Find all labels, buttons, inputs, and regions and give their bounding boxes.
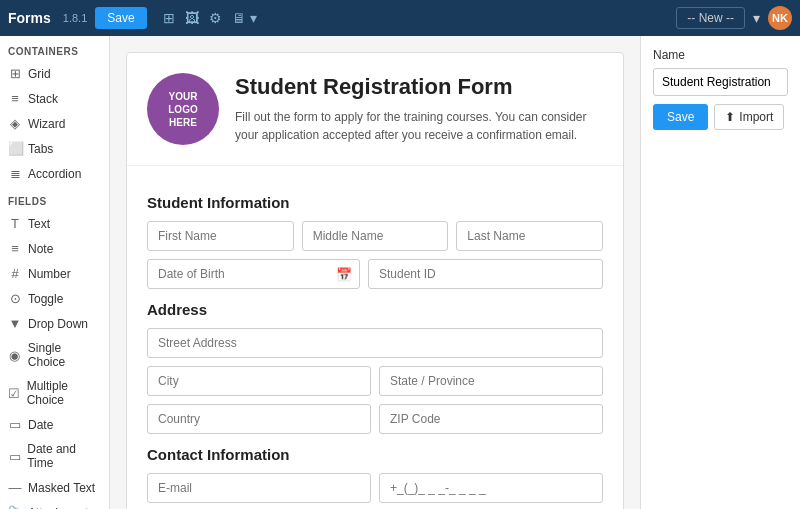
text-icon: T <box>8 216 22 231</box>
note-icon: ≡ <box>8 241 22 256</box>
accordion-icon: ≣ <box>8 166 22 181</box>
city-state-row <box>147 366 603 396</box>
attachments-icon: 📎 <box>8 505 22 509</box>
sidebar-item-label: Accordion <box>28 167 81 181</box>
dropdown-icon: ▼ <box>8 316 22 331</box>
form-preview-area: YOURLOGOHERE Student Registration Form F… <box>110 36 640 509</box>
stack-icon: ≡ <box>8 91 22 106</box>
sidebar-item-stack[interactable]: ≡ Stack <box>0 86 109 111</box>
logo-placeholder: YOURLOGOHERE <box>147 73 219 145</box>
containers-section-title: CONTAINERS <box>0 36 109 61</box>
dob-field-wrapper: 📅 <box>147 259 360 289</box>
dob-studentid-row: 📅 <box>147 259 603 289</box>
nav-icon[interactable]: ⊞ <box>163 10 175 26</box>
section-address: Address <box>147 301 603 318</box>
save-button[interactable]: Save <box>653 104 708 130</box>
name-row <box>147 221 603 251</box>
dob-input[interactable] <box>147 259 360 289</box>
form-title: Student Registration Form <box>235 74 603 100</box>
form-description: Fill out the form to apply for the train… <box>235 108 603 144</box>
upload-icon: ⬆ <box>725 110 735 124</box>
topbar-save-button[interactable]: Save <box>95 7 146 29</box>
sidebar-item-label: Drop Down <box>28 317 88 331</box>
sidebar-item-label: Toggle <box>28 292 63 306</box>
topbar: Forms 1.8.1 Save ⊞ 🖼 ⚙ 🖥 ▾ -- New -- ▾ N… <box>0 0 800 36</box>
multiple-choice-icon: ☑ <box>8 386 21 401</box>
number-icon: # <box>8 266 22 281</box>
app-version: 1.8.1 <box>63 12 87 24</box>
first-name-input[interactable] <box>147 221 294 251</box>
sidebar-item-dropdown[interactable]: ▼ Drop Down <box>0 311 109 336</box>
country-input[interactable] <box>147 404 371 434</box>
email-input[interactable] <box>147 473 371 503</box>
form-header-text: Student Registration Form Fill out the f… <box>235 74 603 144</box>
sidebar-item-text[interactable]: T Text <box>0 211 109 236</box>
date-icon: ▭ <box>8 417 22 432</box>
sidebar: CONTAINERS ⊞ Grid ≡ Stack ◈ Wizard ⬜ Tab… <box>0 36 110 509</box>
toggle-icon: ⊙ <box>8 291 22 306</box>
grid-icon: ⊞ <box>8 66 22 81</box>
sidebar-item-wizard[interactable]: ◈ Wizard <box>0 111 109 136</box>
datetime-icon: ▭ <box>8 449 21 464</box>
country-zip-row <box>147 404 603 434</box>
form-name-input[interactable] <box>653 68 788 96</box>
street-address-input[interactable] <box>147 328 603 358</box>
section-contact: Contact Information <box>147 446 603 463</box>
sidebar-item-label: Single Choice <box>28 341 101 369</box>
student-id-input[interactable] <box>368 259 603 289</box>
import-label: Import <box>739 110 773 124</box>
monitor-icon[interactable]: 🖥 ▾ <box>232 10 257 26</box>
sidebar-item-label: Grid <box>28 67 51 81</box>
form-body: Student Information 📅 Address <box>127 166 623 509</box>
sidebar-item-label: Text <box>28 217 50 231</box>
single-choice-icon: ◉ <box>8 348 22 363</box>
wizard-icon: ◈ <box>8 116 22 131</box>
sidebar-item-masked-text[interactable]: — Masked Text <box>0 475 109 500</box>
main-layout: CONTAINERS ⊞ Grid ≡ Stack ◈ Wizard ⬜ Tab… <box>0 36 800 509</box>
fields-section-title: FIELDS <box>0 186 109 211</box>
sidebar-item-toggle[interactable]: ⊙ Toggle <box>0 286 109 311</box>
sidebar-item-multiple-choice[interactable]: ☑ Multiple Choice <box>0 374 109 412</box>
form-header: YOURLOGOHERE Student Registration Form F… <box>127 53 623 166</box>
sidebar-item-note[interactable]: ≡ Note <box>0 236 109 261</box>
sidebar-item-label: Note <box>28 242 53 256</box>
import-button[interactable]: ⬆ Import <box>714 104 784 130</box>
state-input[interactable] <box>379 366 603 396</box>
sidebar-item-datetime[interactable]: ▭ Date and Time <box>0 437 109 475</box>
phone-input[interactable] <box>379 473 603 503</box>
last-name-input[interactable] <box>456 221 603 251</box>
sidebar-item-attachments[interactable]: 📎 Attachments <box>0 500 109 509</box>
sidebar-item-tabs[interactable]: ⬜ Tabs <box>0 136 109 161</box>
sidebar-item-single-choice[interactable]: ◉ Single Choice <box>0 336 109 374</box>
masked-text-icon: — <box>8 480 22 495</box>
sidebar-item-date[interactable]: ▭ Date <box>0 412 109 437</box>
middle-name-input[interactable] <box>302 221 449 251</box>
sidebar-item-label: Date and Time <box>27 442 101 470</box>
app-title: Forms <box>8 10 51 26</box>
chevron-down-icon: ▾ <box>753 10 760 26</box>
topbar-icon-group: ⊞ 🖼 ⚙ 🖥 ▾ <box>163 10 257 26</box>
topbar-right: -- New -- ▾ NK <box>676 6 792 30</box>
calendar-icon: 📅 <box>336 267 352 282</box>
new-button[interactable]: -- New -- <box>676 7 745 29</box>
sidebar-item-label: Masked Text <box>28 481 95 495</box>
contact-row <box>147 473 603 503</box>
image-icon[interactable]: 🖼 <box>185 10 199 26</box>
sidebar-item-label: Stack <box>28 92 58 106</box>
avatar: NK <box>768 6 792 30</box>
sidebar-item-label: Wizard <box>28 117 65 131</box>
sidebar-item-number[interactable]: # Number <box>0 261 109 286</box>
sidebar-item-label: Tabs <box>28 142 53 156</box>
sidebar-item-accordion[interactable]: ≣ Accordion <box>0 161 109 186</box>
zip-input[interactable] <box>379 404 603 434</box>
sidebar-item-label: Attachments <box>28 506 95 510</box>
right-panel-actions: Save ⬆ Import <box>653 104 788 130</box>
name-label: Name <box>653 48 788 62</box>
form-card: YOURLOGOHERE Student Registration Form F… <box>126 52 624 509</box>
sidebar-item-label: Multiple Choice <box>27 379 101 407</box>
city-input[interactable] <box>147 366 371 396</box>
settings-icon[interactable]: ⚙ <box>209 10 222 26</box>
right-panel: Name Save ⬆ Import <box>640 36 800 509</box>
street-row <box>147 328 603 358</box>
sidebar-item-grid[interactable]: ⊞ Grid <box>0 61 109 86</box>
